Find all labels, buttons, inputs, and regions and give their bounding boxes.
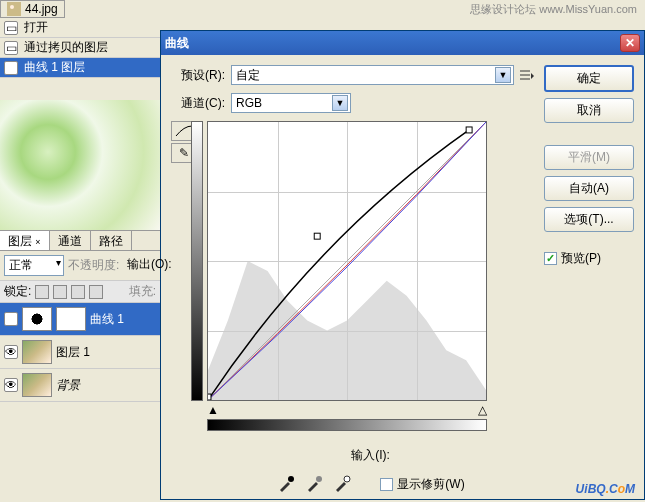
blend-mode-select[interactable]: 正常 (4, 255, 64, 276)
history-item[interactable]: ▭通过拷贝的图层 (0, 38, 160, 58)
svg-point-1 (10, 5, 14, 9)
visibility-icon[interactable]: 👁 (4, 345, 18, 359)
curves-grid[interactable] (207, 121, 487, 401)
layer-item[interactable]: 👁 曲线 1 (0, 303, 160, 336)
svg-rect-6 (208, 394, 211, 400)
preview-checkbox[interactable]: ✓ (544, 252, 557, 265)
tab-filename: 44.jpg (25, 2, 58, 16)
document-tab[interactable]: 44.jpg (0, 0, 65, 18)
preset-label: 预设(R): (171, 67, 225, 84)
step-icon: ▭ (4, 21, 18, 35)
preview-label: 预览(P) (561, 250, 601, 267)
document-tabs: 44.jpg (0, 0, 65, 18)
input-label: 输入(I): (207, 447, 534, 464)
black-eyedropper-icon[interactable] (276, 474, 296, 494)
step-icon: ▭ (4, 61, 18, 75)
output-label: 输出(O): (127, 256, 172, 273)
smooth-button[interactable]: 平滑(M) (544, 145, 634, 170)
menu-icon[interactable] (520, 70, 534, 80)
dialog-titlebar[interactable]: 曲线 ✕ (161, 31, 644, 55)
show-clipping-checkbox[interactable] (380, 478, 393, 491)
auto-button[interactable]: 自动(A) (544, 176, 634, 201)
image-thumb-icon (7, 2, 21, 16)
step-icon: ▭ (4, 41, 18, 55)
close-button[interactable]: ✕ (620, 34, 640, 52)
tab-layers[interactable]: 图层 × (0, 231, 50, 250)
channel-select[interactable]: RGB▼ (231, 93, 351, 113)
options-button[interactable]: 选项(T)... (544, 207, 634, 232)
canvas-preview (0, 100, 160, 230)
svg-rect-0 (7, 2, 21, 16)
curves-dialog: 曲线 ✕ 预设(R): 自定▼ 通道(C): RGB▼ ✎ (160, 30, 645, 500)
lock-position-icon[interactable] (71, 285, 85, 299)
white-eyedropper-icon[interactable] (332, 474, 352, 494)
chevron-down-icon: ▼ (495, 67, 511, 83)
opacity-label: 不透明度: (68, 257, 119, 274)
layer-item[interactable]: 👁 图层 1 (0, 336, 160, 369)
cancel-button[interactable]: 取消 (544, 98, 634, 123)
layer-thumb (22, 340, 52, 364)
curves-plot (208, 122, 486, 400)
watermark-logo: UiBQ.CoM (576, 475, 635, 498)
mask-thumb (56, 307, 86, 331)
layer-item[interactable]: 👁 背景 (0, 369, 160, 402)
visibility-icon[interactable]: 👁 (4, 312, 18, 326)
tab-paths[interactable]: 路径 (91, 231, 132, 250)
panel-tabs: 图层 × 通道 路径 (0, 231, 160, 251)
svg-point-9 (288, 476, 294, 482)
svg-line-5 (208, 122, 486, 400)
layer-thumb (22, 373, 52, 397)
channel-label: 通道(C): (171, 95, 225, 112)
black-point-slider[interactable]: ▲ (207, 403, 219, 417)
white-point-slider[interactable]: △ (478, 403, 487, 417)
input-gradient (207, 419, 487, 431)
lock-label: 锁定: (4, 283, 31, 300)
preset-select[interactable]: 自定▼ (231, 65, 514, 85)
tab-channels[interactable]: 通道 (50, 231, 91, 250)
output-gradient (191, 121, 203, 401)
watermark-text: 思缘设计论坛 www.MissYuan.com (470, 2, 637, 17)
show-clipping-label: 显示修剪(W) (397, 476, 464, 493)
svg-point-11 (344, 476, 350, 482)
lock-all-icon[interactable] (89, 285, 103, 299)
lock-pixels-icon[interactable] (53, 285, 67, 299)
history-item-selected[interactable]: ▭曲线 1 图层 (0, 58, 160, 78)
chevron-down-icon: ▼ (332, 95, 348, 111)
gray-eyedropper-icon[interactable] (304, 474, 324, 494)
history-item[interactable]: ▭打开 (0, 18, 160, 38)
dialog-title: 曲线 (165, 35, 189, 52)
ok-button[interactable]: 确定 (544, 65, 634, 92)
history-list: ▭打开 ▭通过拷贝的图层 ▭曲线 1 图层 (0, 18, 160, 78)
svg-rect-8 (466, 127, 472, 133)
svg-point-10 (316, 476, 322, 482)
fill-label: 填充: (129, 283, 156, 300)
adjustment-thumb (22, 307, 52, 331)
lock-transparency-icon[interactable] (35, 285, 49, 299)
visibility-icon[interactable]: 👁 (4, 378, 18, 392)
svg-rect-7 (314, 233, 320, 239)
